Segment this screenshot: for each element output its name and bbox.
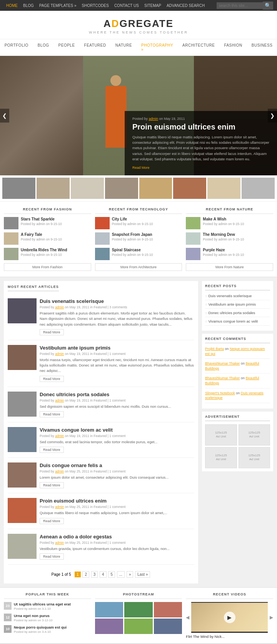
tech-title-1[interactable]: City Life bbox=[112, 217, 153, 221]
search-button[interactable]: 🔍 bbox=[263, 2, 273, 10]
nav-fashion[interactable]: FASHION bbox=[219, 39, 247, 55]
comment-author-1[interactable]: Projkti Barta bbox=[205, 347, 224, 351]
page-dots[interactable]: ... bbox=[117, 571, 125, 578]
comment-author-2[interactable]: Bhaveshkumar Thaker bbox=[205, 362, 240, 365]
popular-num-1: 23 bbox=[4, 602, 12, 610]
video-prev-btn[interactable]: ◀ bbox=[186, 615, 189, 620]
top-nav-page-templates[interactable]: PAGE TEMPLATES » bbox=[37, 2, 79, 9]
fashion-title-3[interactable]: Umbrella Rides The Wind bbox=[21, 248, 67, 252]
page-4[interactable]: 4 bbox=[100, 571, 107, 578]
nav-nature[interactable]: NATURE bbox=[111, 39, 137, 55]
page-last[interactable]: Last » bbox=[135, 571, 150, 578]
article-author-2[interactable]: admin bbox=[55, 352, 64, 356]
photo-5[interactable] bbox=[124, 619, 153, 634]
hero-next-button[interactable]: ❯ bbox=[268, 109, 277, 123]
article-readmore-1[interactable]: Read More bbox=[40, 329, 64, 335]
more-fashion-btn[interactable]: More From Fashion bbox=[4, 263, 91, 271]
top-nav-sitemap[interactable]: SITEMAP bbox=[142, 2, 164, 9]
fashion-title-1[interactable]: Stars That Sparkle bbox=[21, 217, 62, 221]
nature-title-1[interactable]: Make A Wish bbox=[203, 217, 244, 221]
article-author-4[interactable]: admin bbox=[55, 434, 64, 438]
article-readmore-7[interactable]: Read More bbox=[40, 553, 64, 560]
thumb-6[interactable] bbox=[173, 178, 206, 199]
top-nav-advanced-search[interactable]: ADVANCED SEARCH bbox=[164, 2, 207, 9]
article-item-4: Vivamus congue lorem ac velit Posted by … bbox=[8, 427, 194, 458]
photo-4[interactable] bbox=[95, 619, 123, 634]
ad-unit-3[interactable]: 125x125Ad Unit bbox=[205, 447, 237, 468]
article-title-6[interactable]: Proin euismod ultrices enim bbox=[40, 498, 167, 504]
page-2[interactable]: 2 bbox=[82, 571, 89, 578]
nav-featured[interactable]: FEATURED bbox=[80, 39, 111, 55]
article-title-4[interactable]: Vivamus congue lorem ac velit bbox=[40, 427, 157, 433]
tech-title-2[interactable]: Snapshot From Japan bbox=[112, 232, 153, 237]
photo-1[interactable] bbox=[95, 602, 123, 617]
page-next[interactable]: » bbox=[127, 571, 133, 578]
fashion-title-2[interactable]: A Fairy Tale bbox=[21, 232, 62, 237]
article-title-2[interactable]: Vestibulum ante ipsum primis bbox=[40, 345, 194, 351]
sidebar-post-1[interactable]: Duis venenatis scelerisque bbox=[205, 294, 270, 300]
video-play-button[interactable]: ▶ bbox=[224, 612, 235, 623]
nav-photography[interactable]: PHOTOGRAPHY » bbox=[137, 39, 178, 55]
nature-title-2[interactable]: The Morning Dew bbox=[203, 232, 244, 237]
sidebar-comment-4: Slingert's Notebook on Duis venenatis sc… bbox=[205, 391, 270, 403]
article-author-3[interactable]: admin bbox=[55, 399, 64, 402]
photo-3[interactable] bbox=[154, 602, 182, 617]
thumb-7[interactable] bbox=[207, 178, 240, 199]
hero-readmore-link[interactable]: Read More bbox=[132, 166, 150, 170]
photo-2[interactable] bbox=[124, 602, 153, 617]
popular-title-2[interactable]: Urna eget non purus bbox=[14, 614, 53, 618]
article-author-1[interactable]: admin bbox=[55, 305, 64, 309]
search-input[interactable] bbox=[217, 2, 263, 9]
sidebar-post-3[interactable]: Donec ultricies porta sodales bbox=[205, 311, 270, 317]
thumb-8[interactable] bbox=[242, 178, 275, 199]
top-nav-shortcodes[interactable]: SHORTCODES bbox=[80, 2, 111, 9]
nav-architecture[interactable]: ARCHITECTURE bbox=[178, 39, 219, 55]
ad-unit-2[interactable]: 125x125Ad Unit bbox=[239, 424, 270, 446]
thumb-2[interactable] bbox=[37, 178, 70, 199]
page-3[interactable]: 3 bbox=[91, 571, 98, 578]
nature-title-3[interactable]: Purple Haze bbox=[203, 248, 244, 252]
article-author-6[interactable]: admin bbox=[55, 505, 64, 509]
article-readmore-4[interactable]: Read More bbox=[40, 447, 64, 453]
thumb-3[interactable] bbox=[71, 178, 104, 199]
sidebar-post-4[interactable]: Vivamus congue lorem ac velit bbox=[205, 319, 270, 326]
article-readmore-6[interactable]: Read More bbox=[40, 518, 64, 524]
nav-people[interactable]: PEOPLE bbox=[54, 39, 80, 55]
thumb-1[interactable] bbox=[2, 178, 35, 199]
article-title-3[interactable]: Donec ultricies porta sodales bbox=[40, 392, 171, 397]
article-readmore-5[interactable]: Read More bbox=[40, 482, 64, 488]
hero-author-link[interactable]: admin bbox=[149, 117, 159, 121]
comment-author-3[interactable]: Bhaveshkumar Thaker bbox=[205, 376, 240, 380]
popular-title-3[interactable]: Neque porro quisquam est qui bbox=[14, 625, 67, 629]
article-title-7[interactable]: Aenean a odio a dolor egestas bbox=[40, 534, 170, 540]
nav-business[interactable]: BUSINESS bbox=[247, 39, 277, 55]
nav-blog[interactable]: BLOG bbox=[33, 39, 54, 55]
top-nav-contact[interactable]: CONTACT US bbox=[112, 2, 141, 9]
top-nav-blog[interactable]: BLOG bbox=[21, 2, 36, 9]
tech-title-3[interactable]: Spiral Staircase bbox=[112, 248, 153, 252]
nav-portfolio[interactable]: PORTFOLIO bbox=[0, 39, 33, 55]
thumb-4[interactable] bbox=[105, 178, 138, 199]
ad-unit-1[interactable]: 125x125Ad Unit bbox=[205, 424, 237, 446]
page-5[interactable]: 5 bbox=[108, 571, 115, 578]
more-nature-btn[interactable]: More From Nature bbox=[186, 263, 273, 271]
more-technology-btn[interactable]: More From Architecture bbox=[95, 263, 182, 271]
article-author-5[interactable]: admin bbox=[55, 469, 64, 473]
video-thumbnail[interactable]: ▶ bbox=[191, 602, 268, 633]
article-readmore-3[interactable]: Read More bbox=[40, 411, 64, 417]
comment-author-4[interactable]: Slingert's Notebook bbox=[205, 391, 235, 395]
top-nav-home[interactable]: HOME bbox=[4, 2, 20, 9]
article-title-5[interactable]: Duis congue ornare felis a bbox=[40, 462, 169, 468]
photo-6[interactable] bbox=[154, 619, 182, 634]
hero-prev-button[interactable]: ❮ bbox=[0, 109, 9, 123]
article-author-7[interactable]: admin bbox=[55, 541, 64, 545]
popular-title-1[interactable]: Ut sagittis ultrices urna eget erat bbox=[14, 602, 71, 606]
thumb-5[interactable] bbox=[139, 178, 172, 199]
sidebar-post-2[interactable]: Vestibulum ante ipsum primis bbox=[205, 302, 270, 309]
article-readmore-2[interactable]: Read More bbox=[40, 376, 64, 382]
article-item-2: Vestibulum ante ipsum primis Posted by a… bbox=[8, 345, 194, 387]
tech-thumb-2 bbox=[95, 232, 110, 245]
article-title-1[interactable]: Duis venenatis scelerisque bbox=[40, 298, 194, 304]
video-next-btn[interactable]: ▶ bbox=[270, 615, 273, 620]
ad-unit-4[interactable]: 125x125Ad Unit bbox=[239, 447, 270, 468]
